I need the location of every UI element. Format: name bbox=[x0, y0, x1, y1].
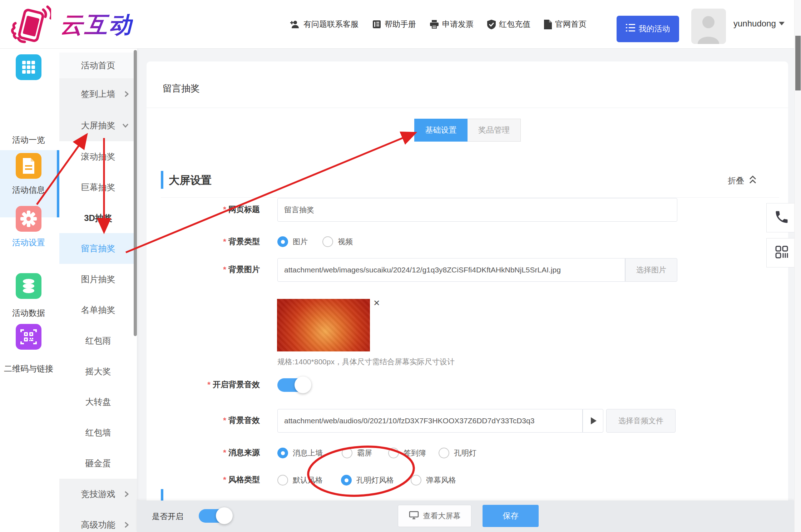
enable-toggle[interactable] bbox=[199, 509, 232, 523]
web-title-input[interactable]: 留言抽奖 bbox=[277, 198, 677, 222]
chevron-right-icon bbox=[124, 521, 129, 528]
view-bigscreen-button[interactable]: 查看大屏幕 bbox=[398, 505, 471, 527]
nav-label: 官网首页 bbox=[555, 19, 587, 30]
list-icon bbox=[626, 24, 635, 34]
menu-item-big-wheel[interactable]: 大转盘 bbox=[59, 386, 137, 417]
apps-grid-button[interactable] bbox=[766, 238, 797, 267]
tab-basic-settings[interactable]: 基础设置 bbox=[414, 119, 468, 142]
menu-item-namelist-lottery[interactable]: 名单抽奖 bbox=[59, 295, 137, 325]
radio-icon bbox=[322, 236, 333, 247]
radio-icon bbox=[277, 475, 288, 486]
book-icon bbox=[372, 20, 381, 29]
radio-selected-icon bbox=[277, 236, 288, 247]
radio-bg-video[interactable]: 视频 bbox=[322, 236, 353, 247]
sidebar-item-activity-settings[interactable]: 活动设置 bbox=[0, 237, 57, 248]
radio-label: 霸屏 bbox=[357, 448, 372, 458]
menu-item-message-lottery[interactable]: 留言抽奖 bbox=[59, 233, 137, 264]
section-title: 大屏设置 bbox=[169, 173, 212, 188]
chevron-down-icon bbox=[122, 123, 129, 128]
radio-icon bbox=[411, 475, 421, 486]
collapse-label: 折叠 bbox=[728, 175, 744, 186]
web-title-value: 留言抽奖 bbox=[284, 205, 314, 215]
radio-danmaku-style[interactable]: 弹幕风格 bbox=[411, 475, 456, 486]
radio-selected-icon bbox=[341, 475, 352, 486]
nav-help-manual[interactable]: 帮助手册 bbox=[372, 19, 416, 30]
page-scrollbar-track[interactable] bbox=[794, 0, 801, 532]
radio-selected-icon bbox=[277, 448, 288, 458]
sidebar-item-activity-data[interactable]: 活动数据 bbox=[0, 307, 57, 319]
menu-item-picture-lottery[interactable]: 图片抽奖 bbox=[59, 264, 137, 295]
page-scrollbar-thumb[interactable] bbox=[795, 36, 801, 90]
chevron-right-icon bbox=[124, 491, 129, 498]
radio-sky-lantern[interactable]: 孔明灯 bbox=[439, 448, 476, 458]
gear-icon[interactable] bbox=[16, 206, 41, 232]
submenu-scrollbar[interactable] bbox=[134, 50, 137, 336]
menu-label: 竞技游戏 bbox=[81, 488, 115, 500]
menu-label: 滚动抽奖 bbox=[81, 151, 115, 162]
choose-image-button[interactable]: 选择图片 bbox=[625, 258, 677, 282]
menu-label: 大转盘 bbox=[85, 396, 111, 408]
document-icon[interactable] bbox=[16, 153, 41, 179]
bg-sound-toggle[interactable] bbox=[277, 378, 310, 392]
divider bbox=[147, 108, 788, 108]
bg-image-input[interactable]: attachment/web/images/sucaiku/2024/12/g1… bbox=[277, 258, 625, 282]
menu-item-checkin-wall[interactable]: 签到上墙 bbox=[59, 78, 137, 110]
style-type-label: 风格类型 bbox=[153, 475, 260, 485]
header: 云互动 有问题联系客服 帮助手册 bbox=[0, 0, 801, 49]
settings-card: 留言抽奖 基础设置 奖品管理 大屏设置 折叠 网页标题 留言抽奖 bbox=[147, 61, 788, 532]
nav-redpacket-recharge[interactable]: 红包充值 bbox=[487, 19, 530, 30]
user-menu[interactable]: yunhudong bbox=[733, 19, 785, 29]
avatar[interactable] bbox=[691, 9, 726, 44]
menu-item-shake-prize[interactable]: 摇大奖 bbox=[59, 356, 137, 387]
qrcode-icon[interactable] bbox=[16, 324, 41, 350]
menu-label: 巨幕抽奖 bbox=[81, 182, 115, 193]
bg-audio-input[interactable]: attachment/web/audios/0/2021/10/fzD3X7F3… bbox=[277, 409, 583, 433]
menu-item-redpacket-wall[interactable]: 红包墙 bbox=[59, 417, 137, 448]
menu-label: 图片抽奖 bbox=[81, 274, 115, 285]
menu-item-advanced-features[interactable]: 高级功能 bbox=[59, 509, 137, 532]
play-audio-button[interactable] bbox=[583, 409, 603, 433]
collapse-toggle[interactable]: 折叠 bbox=[728, 174, 757, 187]
sidebar-item-activity-overview[interactable]: 活动一览 bbox=[0, 134, 57, 146]
contact-phone-button[interactable] bbox=[766, 203, 797, 232]
menu-item-competitive-games[interactable]: 竞技游戏 bbox=[59, 479, 137, 509]
nav-label: 红包充值 bbox=[499, 19, 530, 30]
close-icon[interactable]: × bbox=[374, 297, 380, 308]
radio-label: 消息上墙 bbox=[293, 448, 323, 458]
nav-contact-support[interactable]: 有问题联系客服 bbox=[290, 19, 359, 30]
menu-item-bigscreen-lottery[interactable]: 大屏抽奖 bbox=[59, 110, 137, 141]
nav-official-home[interactable]: 官网首页 bbox=[544, 19, 587, 30]
sidebar-item-qrcode-links[interactable]: 二维码与链接 bbox=[0, 363, 57, 374]
menu-label: 名单抽奖 bbox=[81, 304, 115, 316]
radio-dominate-screen[interactable]: 霸屏 bbox=[342, 448, 372, 458]
my-activities-button[interactable]: 我的活动 bbox=[617, 16, 679, 42]
web-title-label: 网页标题 bbox=[153, 205, 260, 215]
sidebar-item-activity-info[interactable]: 活动信息 bbox=[0, 184, 57, 196]
top-navigation: 有问题联系客服 帮助手册 申请发票 bbox=[290, 0, 587, 49]
database-icon[interactable] bbox=[16, 273, 41, 299]
app-root: 云互动 有问题联系客服 帮助手册 bbox=[0, 0, 801, 532]
main-content: 留言抽奖 基础设置 奖品管理 大屏设置 折叠 网页标题 留言抽奖 bbox=[137, 49, 801, 532]
menu-label: 砸金蛋 bbox=[85, 458, 111, 469]
menu-item-activity-home[interactable]: 活动首页 bbox=[59, 53, 137, 78]
menu-item-3d-lottery[interactable]: 3D抽奖 bbox=[59, 203, 137, 233]
nav-request-invoice[interactable]: 申请发票 bbox=[430, 19, 474, 30]
chevron-down-icon bbox=[779, 22, 785, 25]
enable-label: 是否开启 bbox=[152, 511, 183, 522]
bg-image-label: 背景图片 bbox=[153, 265, 260, 275]
radio-checkin-book[interactable]: 签到簿 bbox=[388, 448, 426, 458]
menu-item-rolling-lottery[interactable]: 滚动抽奖 bbox=[59, 141, 137, 172]
save-button[interactable]: 保存 bbox=[483, 505, 539, 527]
radio-default-style[interactable]: 默认风格 bbox=[277, 475, 323, 486]
menu-item-redpacket-rain[interactable]: 红包雨 bbox=[59, 325, 137, 356]
radio-icon bbox=[439, 448, 449, 458]
radio-message-wall[interactable]: 消息上墙 bbox=[277, 448, 323, 458]
radio-sky-lantern-style[interactable]: 孔明灯风格 bbox=[341, 475, 394, 486]
section-accent-bar bbox=[161, 489, 163, 501]
menu-item-golden-egg[interactable]: 砸金蛋 bbox=[59, 448, 137, 479]
tab-prize-management[interactable]: 奖品管理 bbox=[468, 119, 521, 142]
choose-audio-button[interactable]: 选择音频文件 bbox=[606, 409, 676, 433]
radio-bg-image[interactable]: 图片 bbox=[277, 236, 308, 247]
grid-icon[interactable] bbox=[16, 54, 41, 80]
menu-item-giantscreen-lottery[interactable]: 巨幕抽奖 bbox=[59, 172, 137, 203]
